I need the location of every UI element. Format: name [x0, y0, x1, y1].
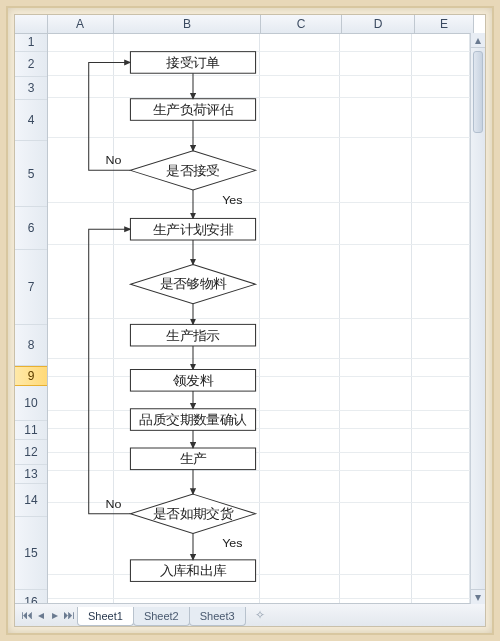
decision-no-label: No — [105, 154, 121, 168]
flow-process-label: 生产 — [180, 452, 207, 467]
sheet-tab[interactable]: Sheet1 — [77, 607, 134, 626]
scroll-down-button[interactable]: ▾ — [471, 589, 485, 604]
tab-nav-prev-icon[interactable]: ◂ — [35, 608, 47, 622]
flow-process-label: 生产负荷评估 — [153, 102, 233, 117]
row-header[interactable]: 4 — [15, 100, 47, 141]
row-header[interactable]: 15 — [15, 517, 47, 590]
column-header[interactable]: D — [342, 15, 415, 33]
flow-process-label: 生产指示 — [166, 328, 220, 343]
row-header[interactable]: 9 — [15, 366, 47, 386]
spreadsheet-window: ABCDE 1234567891011121314151617 接受订单生产负荷… — [14, 14, 486, 627]
column-header[interactable]: A — [47, 15, 114, 33]
sheet-tab[interactable]: Sheet3 — [189, 607, 246, 626]
flow-decision-label: 是否够物料 — [160, 277, 227, 292]
flowchart-overlay: 接受订单生产负荷评估是否接受生产计划安排是否够物料生产指示领发料品质交期数量确认… — [47, 33, 485, 604]
scroll-thumb[interactable] — [473, 51, 483, 133]
row-header[interactable]: 12 — [15, 440, 47, 465]
flow-process-label: 品质交期数量确认 — [139, 412, 246, 427]
row-header[interactable]: 5 — [15, 141, 47, 207]
sheet-tab[interactable]: Sheet2 — [133, 607, 190, 626]
row-header[interactable]: 14 — [15, 484, 47, 517]
vertical-scrollbar[interactable]: ▴ ▾ — [470, 33, 485, 604]
select-all-corner[interactable] — [15, 15, 48, 34]
flow-decision-label: 是否如期交货 — [153, 506, 233, 521]
column-header[interactable]: B — [114, 15, 261, 33]
row-header[interactable]: 7 — [15, 250, 47, 325]
sheet-tab-bar: ⏮ ◂ ▸ ⏭ Sheet1Sheet2Sheet3 ✧ — [15, 603, 485, 626]
flow-process-label: 入库和出库 — [160, 563, 227, 578]
scroll-up-button[interactable]: ▴ — [471, 33, 485, 48]
row-header[interactable]: 11 — [15, 421, 47, 440]
row-header[interactable]: 3 — [15, 77, 47, 100]
column-headers: ABCDE — [47, 15, 485, 34]
row-header[interactable]: 6 — [15, 207, 47, 250]
photo-frame: ABCDE 1234567891011121314151617 接受订单生产负荷… — [6, 6, 494, 635]
row-header[interactable]: 1 — [15, 33, 47, 52]
tab-nav-first-icon[interactable]: ⏮ — [21, 608, 33, 622]
row-headers: 1234567891011121314151617 — [15, 33, 48, 604]
row-header[interactable]: 10 — [15, 386, 47, 421]
decision-yes-label: Yes — [222, 536, 242, 550]
tab-nav-next-icon[interactable]: ▸ — [49, 608, 61, 622]
flow-loop-connector — [89, 229, 131, 514]
tab-nav-last-icon[interactable]: ⏭ — [63, 608, 75, 622]
row-header[interactable]: 2 — [15, 52, 47, 77]
decision-yes-label: Yes — [222, 193, 242, 207]
decision-no-label: No — [105, 497, 121, 511]
flow-process-label: 领发料 — [173, 373, 213, 388]
column-header[interactable]: C — [261, 15, 342, 33]
row-header[interactable]: 8 — [15, 325, 47, 366]
flow-process-label: 接受订单 — [166, 55, 220, 70]
flow-process-label: 生产计划安排 — [153, 222, 233, 237]
flow-decision-label: 是否接受 — [166, 163, 220, 178]
row-header[interactable]: 13 — [15, 465, 47, 484]
new-sheet-icon[interactable]: ✧ — [251, 608, 269, 622]
column-header[interactable]: E — [415, 15, 474, 33]
